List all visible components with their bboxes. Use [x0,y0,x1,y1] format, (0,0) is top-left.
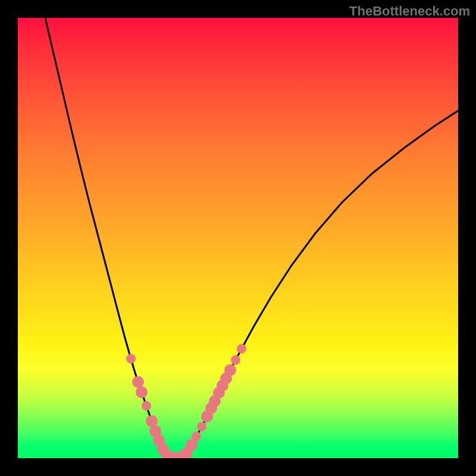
marker-dot [142,401,151,411]
marker-dot [126,354,136,364]
marker-dot [132,376,144,388]
marker-dot [197,422,206,431]
watermark-text: TheBottleneck.com [349,4,470,19]
chart-svg [18,18,458,458]
marker-dot [146,415,158,427]
marker-dot [237,344,246,353]
marker-dot [231,355,240,365]
chart-frame: TheBottleneck.com [0,0,476,476]
marker-dot [192,432,201,441]
marker-dot [136,386,148,398]
plot-area [18,18,458,458]
bottleneck-curve [45,18,458,458]
marker-dot [224,364,236,376]
